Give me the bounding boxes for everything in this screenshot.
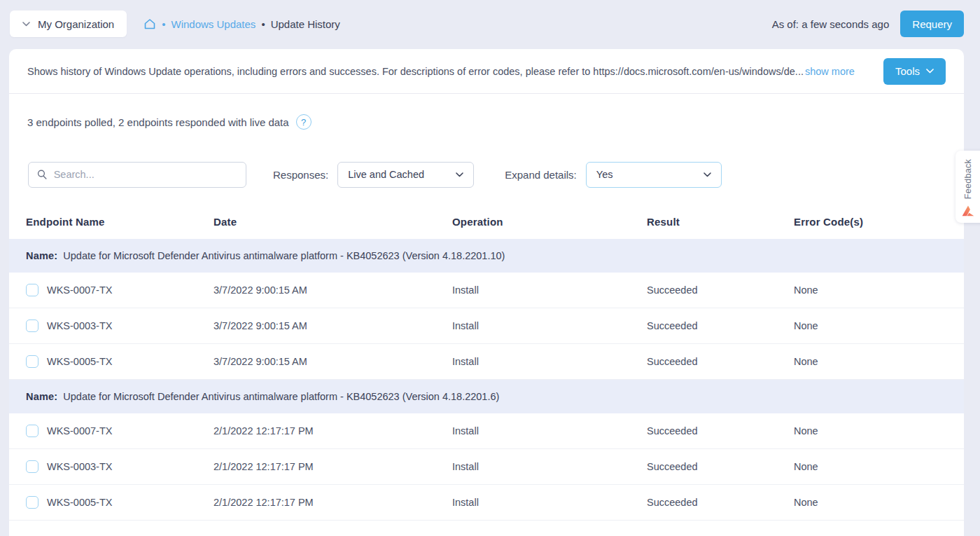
as-of-timestamp: As of: a few seconds ago <box>772 18 890 30</box>
search-input[interactable] <box>54 169 237 180</box>
date-cell: 3/7/2022 9:00:15 AM <box>214 320 452 331</box>
tools-button[interactable]: Tools <box>883 58 946 85</box>
error-codes-cell: None <box>794 356 964 367</box>
breadcrumb-separator: • <box>162 18 165 30</box>
date-cell: 2/1/2022 12:17:17 PM <box>214 497 452 508</box>
result-cell: Succeeded <box>647 320 794 331</box>
filter-controls: Responses: Live and Cached Expand detail… <box>28 161 946 188</box>
topbar-right: As of: a few seconds ago Requery <box>772 11 964 37</box>
endpoint-name-cell: WKS-0005-TX <box>26 496 214 509</box>
table-row: WKS-0007-TX 2/1/2022 12:17:17 PM Install… <box>9 413 964 449</box>
search-box[interactable] <box>28 162 246 188</box>
show-more-link[interactable]: show more <box>805 66 855 77</box>
endpoint-name: WKS-0003-TX <box>47 461 112 472</box>
date-cell: 2/1/2022 12:17:17 PM <box>214 461 452 472</box>
requery-button[interactable]: Requery <box>900 11 964 37</box>
help-icon[interactable]: ? <box>296 114 312 130</box>
column-header-operation[interactable]: Operation <box>452 216 647 228</box>
endpoint-name-cell: WKS-0007-TX <box>26 284 214 296</box>
result-cell: Succeeded <box>647 461 794 472</box>
expand-details-select-value: Yes <box>596 169 613 180</box>
description-text: Shows history of Windows Update operatio… <box>27 66 804 77</box>
breadcrumb: • Windows Updates • Update History <box>144 18 340 30</box>
error-codes-cell: None <box>794 425 964 437</box>
tools-button-label: Tools <box>895 65 920 77</box>
result-cell: Succeeded <box>647 497 794 508</box>
table-row: WKS-0005-TX 2/1/2022 12:17:17 PM Install… <box>9 485 964 521</box>
column-header-result[interactable]: Result <box>647 216 794 228</box>
table-row: WKS-0005-TX 3/7/2022 9:00:15 AM Install … <box>9 344 964 380</box>
expand-details-select[interactable]: Yes <box>586 162 722 188</box>
operation-cell: Install <box>452 320 647 331</box>
chevron-down-icon <box>926 69 934 74</box>
endpoint-name: WKS-0005-TX <box>47 356 112 367</box>
responses-select-value: Live and Cached <box>348 169 424 180</box>
breadcrumb-separator: • <box>261 18 265 30</box>
home-icon[interactable] <box>144 18 156 30</box>
group-name-label: Name: <box>26 391 57 402</box>
error-codes-cell: None <box>794 461 964 472</box>
column-header-endpoint-name[interactable]: Endpoint Name <box>26 216 214 228</box>
organization-selector-label: My Organization <box>38 18 114 30</box>
row-checkbox[interactable] <box>26 284 38 296</box>
responses-select[interactable]: Live and Cached <box>337 162 474 188</box>
endpoint-name: WKS-0005-TX <box>47 497 112 508</box>
date-cell: 2/1/2022 12:17:17 PM <box>214 425 452 437</box>
operation-cell: Install <box>452 497 647 508</box>
update-history-table: Endpoint Name Date Operation Result Erro… <box>9 216 964 521</box>
chevron-down-icon <box>704 172 711 177</box>
group-name-text: Update for Microsoft Defender Antivirus … <box>63 391 499 402</box>
description-bar: Shows history of Windows Update operatio… <box>9 49 964 94</box>
endpoint-name-cell: WKS-0007-TX <box>26 425 214 437</box>
table-header-row: Endpoint Name Date Operation Result Erro… <box>9 216 964 239</box>
breadcrumb-current-page: Update History <box>271 18 340 30</box>
table-row: WKS-0003-TX 2/1/2022 12:17:17 PM Install… <box>9 449 964 485</box>
error-codes-cell: None <box>794 284 964 296</box>
endpoint-name-cell: WKS-0003-TX <box>26 460 214 473</box>
endpoint-name: WKS-0007-TX <box>47 425 112 437</box>
top-bar: My Organization • Windows Updates • Upda… <box>0 0 980 48</box>
result-cell: Succeeded <box>647 356 794 367</box>
operation-cell: Install <box>452 461 647 472</box>
endpoint-name-cell: WKS-0003-TX <box>26 319 214 332</box>
search-icon <box>37 169 48 180</box>
endpoint-name: WKS-0003-TX <box>47 320 112 331</box>
table-body: Name: Update for Microsoft Defender Anti… <box>9 239 964 521</box>
date-cell: 3/7/2022 9:00:15 AM <box>214 284 452 296</box>
organization-selector[interactable]: My Organization <box>10 11 127 37</box>
table-row: WKS-0003-TX 3/7/2022 9:00:15 AM Install … <box>9 308 964 344</box>
operation-cell: Install <box>452 284 647 296</box>
row-checkbox[interactable] <box>26 425 38 437</box>
result-cell: Succeeded <box>647 425 794 437</box>
group-name-label: Name: <box>26 250 57 261</box>
operation-cell: Install <box>452 356 647 367</box>
group-header-row: Name: Update for Microsoft Defender Anti… <box>9 239 964 273</box>
requery-button-label: Requery <box>912 18 952 30</box>
group-name-text: Update for Microsoft Defender Antivirus … <box>63 250 505 261</box>
endpoint-name: WKS-0007-TX <box>47 284 112 296</box>
responses-label: Responses: <box>273 169 328 181</box>
feedback-tab[interactable]: Feedback <box>955 151 980 223</box>
chevron-down-icon <box>22 22 30 27</box>
operation-cell: Install <box>452 425 647 437</box>
result-cell: Succeeded <box>647 284 794 296</box>
chevron-down-icon <box>456 172 463 177</box>
error-codes-cell: None <box>794 497 964 508</box>
endpoint-status-line: 3 endpoints polled, 2 endpoints responde… <box>27 114 946 130</box>
row-checkbox[interactable] <box>26 355 38 368</box>
endpoint-name-cell: WKS-0005-TX <box>26 355 214 368</box>
row-checkbox[interactable] <box>26 319 38 332</box>
row-checkbox[interactable] <box>26 460 38 473</box>
row-checkbox[interactable] <box>26 496 38 509</box>
error-codes-cell: None <box>794 320 964 331</box>
main-panel: Shows history of Windows Update operatio… <box>9 49 964 536</box>
column-header-error-codes[interactable]: Error Code(s) <box>794 216 964 228</box>
expand-details-label: Expand details: <box>505 169 577 181</box>
feedback-logo-icon <box>961 205 975 217</box>
date-cell: 3/7/2022 9:00:15 AM <box>214 356 452 367</box>
feedback-tab-label: Feedback <box>963 159 973 199</box>
column-header-date[interactable]: Date <box>214 216 452 228</box>
table-row: WKS-0007-TX 3/7/2022 9:00:15 AM Install … <box>9 273 964 308</box>
breadcrumb-link-windows-updates[interactable]: Windows Updates <box>171 18 255 30</box>
group-header-row: Name: Update for Microsoft Defender Anti… <box>9 380 964 413</box>
